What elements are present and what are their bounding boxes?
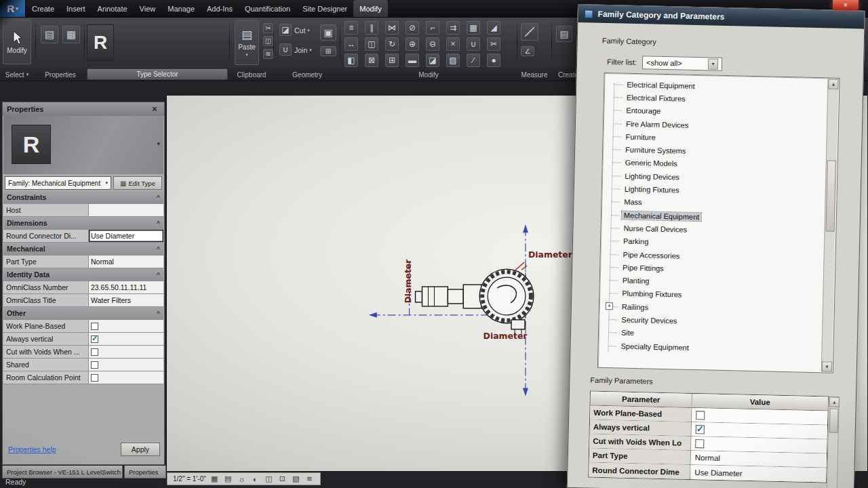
beam-icon[interactable]: ▬ (406, 54, 419, 67)
checkbox[interactable] (695, 439, 704, 448)
dimension-label-bottom[interactable]: Diameter (484, 331, 528, 341)
scale-control[interactable]: 1/2" = 1'-0" (173, 475, 206, 483)
chevron-up-icon[interactable]: ^ (157, 220, 160, 226)
tab-add-ins[interactable]: Add-Ins (201, 0, 239, 17)
tab-insert[interactable]: Insert (60, 0, 92, 17)
chevron-down-icon[interactable]: ▾ (708, 58, 718, 69)
type-selector-bar[interactable]: Type Selector (87, 68, 228, 80)
properties-palette-icon[interactable]: ▤ (41, 26, 58, 43)
table-scrollbar[interactable]: ▲ (827, 396, 840, 488)
extend-icon[interactable]: ⇉ (446, 21, 460, 35)
void-icon[interactable]: ⊞ (320, 46, 336, 56)
filter-list-dropdown[interactable]: <show all> ▾ (642, 56, 722, 71)
revit-app-button[interactable]: R ▾ (0, 0, 26, 17)
move-icon[interactable]: ↔ (344, 37, 358, 51)
dimension-label-top[interactable]: Diameter (528, 249, 573, 260)
detail-level-icon[interactable]: ▦ (210, 474, 220, 484)
chevron-up-icon[interactable]: ^ (157, 310, 160, 317)
crop-view-icon[interactable]: ◫ (264, 474, 274, 484)
cut-geometry-icon[interactable]: ◪ (279, 24, 292, 36)
line-icon[interactable]: ∕ (467, 54, 480, 67)
mechanical-device-drawing[interactable] (416, 269, 534, 338)
sun-path-icon[interactable]: ☼ (237, 474, 247, 484)
cut-icon[interactable]: ✂ (487, 37, 500, 51)
join-geometry-button[interactable]: Join ▾ (294, 46, 312, 54)
modify-tool-button[interactable]: Modify (3, 20, 31, 64)
solid-cube-icon[interactable]: ▣ (320, 24, 336, 41)
tab-quantification[interactable]: Quantification (239, 0, 296, 17)
clipboard-panel-label[interactable]: Clipboard (231, 68, 273, 81)
scrollbar-thumb[interactable] (825, 160, 835, 231)
group-header-constraints[interactable]: Constraints ^ (3, 191, 163, 204)
scroll-up-icon[interactable]: ▲ (828, 79, 838, 89)
group-header-mechanical[interactable]: Mechanical ^ (3, 243, 163, 256)
split-icon[interactable]: ⊘ (406, 21, 419, 35)
demolish-icon[interactable]: ⊠ (365, 54, 378, 67)
wall-joins-icon[interactable]: ⊞ (385, 54, 399, 67)
properties-help-link[interactable]: Properties help (8, 445, 56, 453)
close-icon[interactable]: × (149, 104, 160, 114)
measure-panel-label[interactable]: Measure (518, 68, 551, 81)
checkbox[interactable] (696, 411, 705, 420)
chevron-up-icon[interactable]: ^ (157, 194, 160, 201)
checkbox[interactable] (91, 361, 98, 369)
select-panel-label[interactable]: Select ▾ (0, 68, 34, 81)
modify-panel-label[interactable]: Modify (342, 68, 515, 81)
tab-view[interactable]: View (134, 0, 162, 17)
group-header-dimensions[interactable]: Dimensions ^ (3, 217, 163, 230)
close-button[interactable]: × (833, 0, 859, 10)
chevron-up-icon[interactable]: ^ (157, 245, 160, 252)
tab-properties[interactable]: Properties (124, 466, 166, 479)
pin-icon[interactable]: ⊕ (406, 37, 419, 51)
copy-to-clipboard-icon[interactable]: ◫ (263, 36, 273, 46)
paint-icon[interactable]: ◧ (344, 54, 358, 67)
region-icon[interactable]: ▨ (446, 54, 460, 67)
property-value[interactable]: Normal (89, 256, 163, 268)
tab-create[interactable]: Create (26, 0, 60, 17)
offset-icon[interactable]: ∥ (365, 21, 378, 35)
temporary-hide-icon[interactable]: ▧ (291, 474, 301, 484)
properties-panel-label[interactable]: Properties (37, 68, 84, 81)
rotate-icon[interactable]: ↻ (385, 37, 399, 51)
tab-manage[interactable]: Manage (161, 0, 201, 17)
property-value[interactable]: Water Filters (89, 294, 163, 306)
point-icon[interactable]: ● (487, 54, 500, 67)
family-selector[interactable]: Family: Mechanical Equipment ▾ (5, 176, 111, 190)
checkbox[interactable] (91, 348, 98, 356)
visual-style-icon[interactable]: ▤ (223, 474, 233, 484)
property-value[interactable] (89, 204, 163, 216)
dimension-label-vertical[interactable]: Diameter (403, 259, 413, 304)
scroll-down-icon[interactable]: ▼ (822, 361, 832, 371)
checkbox[interactable] (696, 425, 705, 434)
family-type-preview[interactable]: R (87, 24, 114, 61)
copy-icon[interactable]: ◫ (365, 37, 378, 51)
tab-annotate[interactable]: Annotate (92, 0, 134, 17)
cut-geometry-button[interactable]: Cut ▾ (294, 26, 310, 35)
create-component-icon[interactable]: ▤ (556, 26, 572, 42)
chevron-up-icon[interactable]: ^ (157, 271, 160, 278)
checkbox[interactable] (91, 374, 98, 382)
property-value[interactable]: 23.65.50.11.11.11 (89, 281, 163, 293)
apply-button[interactable]: Apply (121, 443, 160, 456)
scale-icon[interactable]: ◢ (487, 21, 500, 35)
parameter-value[interactable]: Use Diameter (690, 465, 826, 483)
measure-ruler-icon[interactable] (521, 23, 538, 41)
chevron-down-icon[interactable]: ▾ (157, 140, 160, 147)
palette-title-bar[interactable]: Properties × (3, 102, 164, 116)
group-header-other[interactable]: Other ^ (3, 307, 163, 320)
scrollbar-thumb[interactable] (829, 409, 839, 433)
family-types-icon[interactable]: ▦ (62, 26, 80, 43)
match-type-icon[interactable]: ≋ (263, 49, 273, 59)
expand-icon[interactable]: + (606, 302, 613, 310)
checkbox[interactable] (91, 336, 98, 343)
geometry-panel-label[interactable]: Geometry (275, 68, 339, 81)
trim-icon[interactable]: ⌐ (426, 21, 439, 35)
paste-button[interactable]: ▤ Paste ▾ (235, 20, 259, 65)
edit-type-button[interactable]: ▦ Edit Type (113, 176, 162, 190)
property-value[interactable]: Use Diameter (89, 230, 163, 242)
join-geometry-icon[interactable]: ∪ (279, 43, 292, 56)
tab-site-designer[interactable]: Site Designer (296, 0, 353, 17)
align-icon[interactable]: ≡ (344, 21, 358, 35)
mirror-icon[interactable]: ⋈ (385, 21, 399, 35)
cut-to-clipboard-icon[interactable]: ✂ (263, 23, 273, 33)
